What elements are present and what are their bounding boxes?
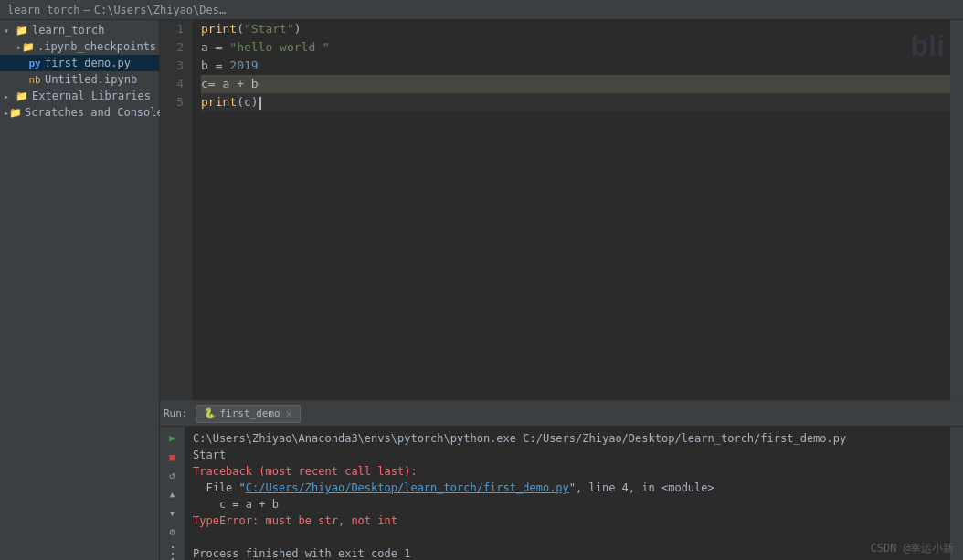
icon-folder-ext_libs: 📁 [15,90,29,102]
sidebar-item-ipynb_checkpoints[interactable]: ▸📁.ipynb_checkpoints [0,38,159,55]
sidebar-label-ipynb_checkpoints: .ipynb_checkpoints [37,40,156,53]
console-file-link[interactable]: C:/Users/Zhiyao/Desktop/learn_torch/firs… [246,481,569,494]
icon-folder-ipynb_checkpoints: 📁 [22,40,35,53]
sidebar-label-first_demo: first_demo.py [45,57,131,69]
token: ( [237,95,244,109]
line-num-1: 1 [160,20,184,38]
sidebar-tree: ▾📁learn_torch▸📁.ipynb_checkpointspyfirst… [0,22,159,121]
editor-area: 12345 print("Start")a = "hello world "b … [160,20,963,560]
settings-run-button[interactable]: ⚙ [163,524,183,540]
sidebar-item-first_demo[interactable]: pyfirst_demo.py [0,55,159,71]
sidebar-item-scratches[interactable]: ▸📁Scratches and Consoles [0,104,159,121]
code-line-4: c= a + b [201,75,950,93]
line-num-2: 2 [160,38,184,57]
token: b [201,58,208,72]
console-code-line: c = a + b [193,496,943,512]
token: = [208,58,229,72]
code-line-3: b = 2019 [201,57,950,75]
console-command: C:\Users\Zhiyao\Anaconda3\envs\pytorch\p… [193,430,943,447]
token: c [244,95,251,109]
code-editor[interactable]: 12345 print("Start")a = "hello world "b … [160,20,963,400]
top-bar: learn_torch – C:\Users\Zhiyao\Des… [0,0,963,20]
project-name: learn_torch [7,4,79,16]
token: = a + b [208,77,259,90]
code-line-5: print(c) [201,93,950,111]
run-label: Run: [164,407,188,419]
close-tab-icon[interactable]: × [286,407,292,420]
sidebar-label-scratches: Scratches and Consoles [25,106,170,119]
console-exit: Process finished with exit code 1 [193,545,943,560]
sidebar-label-untitled_ipynb: Untitled.ipynb [45,73,137,86]
line-num-5: 5 [160,93,184,111]
project-path: C:\Users\Zhiyao\Des… [94,4,227,16]
tree-arrow-root: ▾ [4,26,15,36]
token: print [201,22,237,36]
code-line-1: print("Start") [201,20,950,38]
code-line-2: a = "hello world " [201,38,950,57]
line-num-4: 4 [160,75,184,93]
cursor [259,97,261,110]
sidebar: ▾📁learn_torch▸📁.ipynb_checkpointspyfirst… [0,20,160,560]
line-numbers: 12345 [160,20,192,400]
token: ) [251,95,259,109]
tab-run-icon: 🐍 [204,407,217,419]
csdn-watermark: CSDN @幸运小新 [871,541,954,556]
console-blank [193,529,943,545]
scroll-down-button[interactable]: ▼ [163,506,183,522]
scroll-up-button[interactable]: ▲ [163,487,183,502]
icon-py: py [27,57,42,69]
run-tab-label: first_demo [220,407,280,419]
console-error-line: TypeError: must be str, not int [193,512,943,529]
icon-folder-scratches: 📁 [9,106,22,119]
code-content[interactable]: print("Start")a = "hello world "b = 2019… [192,20,950,400]
console-traceback: Traceback (most recent call last): [193,463,943,480]
run-tabs: Run: 🐍 first_demo × [160,401,963,427]
rerun-button[interactable]: ↺ [163,468,183,483]
token: c [201,77,208,90]
token: print [201,95,237,109]
sidebar-label-ext_libs: External Libraries [32,90,151,102]
sidebar-item-ext_libs[interactable]: ▸📁External Libraries [0,88,159,104]
run-tab-first-demo[interactable]: 🐍 first_demo × [196,405,301,423]
console-file-line: File "C:/Users/Zhiyao/Desktop/learn_torc… [193,480,943,496]
left-run-icons: ▶ ■ ↺ ▲ ▼ ⚙ ⋮ [160,427,185,560]
line-num-3: 3 [160,57,184,75]
token: "hello world " [229,40,330,54]
sidebar-label-root: learn_torch [32,24,104,37]
icon-ipynb: nb [27,73,42,86]
stop-button[interactable]: ■ [163,449,183,465]
token: "Start" [244,22,294,36]
token: a [201,40,208,54]
token: ( [237,22,244,36]
token: = [208,40,229,54]
editor-scrollbar[interactable] [950,20,963,400]
console-start: Start [193,447,943,463]
bottom-panel: Run: 🐍 first_demo × ▶ ■ ↺ ▲ ▼ ⚙ ⋮ [160,400,963,560]
more-run-button[interactable]: ⋮ [163,544,183,560]
tree-arrow-ext_libs: ▸ [4,91,15,101]
token: ) [294,22,302,36]
icon-folder-root: 📁 [15,24,29,37]
console-output: C:\Users\Zhiyao\Anaconda3\envs\pytorch\p… [185,427,950,560]
token: 2019 [229,58,258,72]
main-area: ▾📁learn_torch▸📁.ipynb_checkpointspyfirst… [0,20,963,560]
sidebar-item-root[interactable]: ▾📁learn_torch [0,22,159,38]
run-button[interactable]: ▶ [163,430,183,446]
sidebar-item-untitled_ipynb[interactable]: nbUntitled.ipynb [0,71,159,88]
